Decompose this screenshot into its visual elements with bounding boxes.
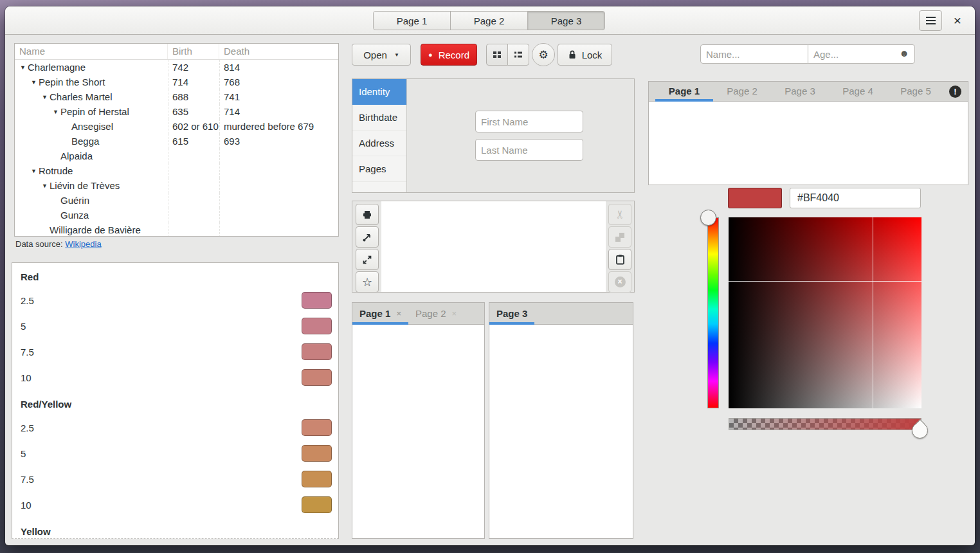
alpha-slider[interactable] — [729, 418, 921, 430]
color-swatch[interactable] — [302, 318, 332, 334]
expander-icon[interactable]: ▼ — [51, 109, 60, 115]
open-button[interactable]: Open ▼ — [352, 44, 411, 66]
expander-icon[interactable]: ▼ — [40, 94, 50, 100]
color-swatch[interactable] — [302, 496, 332, 513]
sidebar-item-address[interactable]: Address — [352, 131, 406, 156]
print-button[interactable] — [356, 204, 379, 225]
header-tab-page3[interactable]: Page 3 — [527, 11, 605, 30]
tab-page4[interactable]: Page 4 — [829, 82, 887, 101]
cell-birth — [168, 222, 219, 237]
window-close-button[interactable]: × — [949, 12, 966, 29]
header-tab-page1[interactable]: Page 1 — [373, 11, 451, 30]
hue-slider[interactable] — [707, 217, 719, 408]
list-item[interactable]: 2.5 — [12, 287, 338, 313]
color-swatch[interactable] — [302, 445, 332, 462]
last-name-field[interactable] — [475, 139, 583, 161]
column-header-name[interactable]: Name — [15, 44, 168, 59]
hue-slider-handle[interactable] — [700, 210, 716, 226]
list-item[interactable]: 5 — [12, 313, 338, 339]
color-swatch[interactable] — [302, 369, 332, 386]
current-color-swatch[interactable] — [728, 188, 782, 208]
tab-page1[interactable]: Page 1 — [655, 82, 713, 101]
cell-birth — [168, 163, 219, 178]
table-row[interactable]: Willigarde de Bavière — [15, 222, 338, 237]
table-row[interactable]: Begga 615 693 — [15, 134, 338, 149]
list-item[interactable]: 7.5 — [12, 466, 338, 492]
send-button[interactable] — [356, 226, 379, 248]
expander-icon[interactable]: ▼ — [29, 168, 39, 174]
first-name-field[interactable] — [475, 111, 583, 132]
clear-button[interactable]: × — [608, 271, 631, 293]
color-swatch[interactable] — [302, 419, 332, 436]
table-row[interactable]: Gunza — [15, 208, 338, 222]
saturation-value-plane[interactable] — [729, 217, 921, 408]
palette-row-label: 7.5 — [21, 474, 34, 485]
sidebar-item-birthdate[interactable]: Birthdate — [352, 105, 406, 131]
warning-icon[interactable]: ! — [949, 86, 961, 98]
sidebar-item-pages[interactable]: Pages — [352, 156, 406, 182]
tab-page5[interactable]: Page 5 — [887, 82, 945, 101]
smiley-icon[interactable]: ☻ — [899, 48, 909, 59]
table-row[interactable]: ▼Pepin of Herstal 635 714 — [15, 104, 338, 119]
text-area[interactable] — [381, 201, 606, 292]
tab-close-icon[interactable]: × — [396, 309, 401, 318]
copy-button[interactable] — [608, 226, 631, 248]
tab-close-icon[interactable]: × — [452, 309, 457, 318]
lock-button[interactable]: Lock — [558, 44, 612, 66]
palette-row-label: 2.5 — [21, 295, 34, 306]
settings-button[interactable]: ⚙ — [532, 43, 555, 66]
tab-page1[interactable]: Page 1 × — [352, 303, 408, 324]
table-row[interactable]: ▼Liévin de Trèves — [15, 178, 338, 193]
age-input-wrap: ☻ — [808, 44, 915, 64]
expander-icon[interactable]: ▼ — [40, 183, 50, 189]
palette-section-title: Red/Yellow — [12, 390, 338, 415]
cell-name: Begga — [71, 136, 99, 147]
sidebar-item-identity[interactable]: Identity — [352, 79, 406, 105]
header-tab-page2[interactable]: Page 2 — [450, 11, 528, 30]
table-row[interactable]: ▼Pepin the Short 714 768 — [15, 75, 338, 89]
lock-icon — [568, 50, 577, 60]
color-swatch[interactable] — [302, 343, 332, 360]
table-row[interactable]: Alpaida — [15, 149, 338, 163]
tab-page2[interactable]: Page 2 × — [408, 303, 464, 324]
cell-death — [219, 149, 338, 163]
copy-icon — [615, 233, 624, 242]
expander-icon[interactable]: ▼ — [18, 64, 28, 71]
fullscreen-button[interactable] — [356, 249, 379, 270]
cell-birth: 714 — [168, 75, 219, 89]
wikipedia-link[interactable]: Wikipedia — [65, 239, 101, 249]
data-source-label: Data source: — [15, 239, 63, 249]
table-row[interactable]: ▼Rotrude — [15, 163, 338, 178]
color-swatch[interactable] — [302, 292, 332, 309]
column-header-birth[interactable]: Birth — [168, 44, 219, 59]
list-item[interactable]: 5 — [12, 440, 338, 466]
alpha-slider-handle[interactable] — [912, 422, 928, 439]
menu-button[interactable] — [919, 10, 942, 31]
cell-birth: 688 — [168, 89, 219, 104]
list-item[interactable]: 10 — [12, 365, 338, 390]
name-input[interactable] — [700, 44, 808, 64]
tab-page3[interactable]: Page 3 — [489, 303, 534, 324]
cut-button[interactable]: ✂ — [608, 204, 631, 225]
grid-view-button[interactable] — [486, 44, 508, 66]
table-row[interactable]: Guérin — [15, 193, 338, 208]
table-row[interactable]: ▼Charles Martel 688 741 — [15, 89, 338, 104]
expander-icon[interactable]: ▼ — [29, 79, 39, 86]
color-swatch[interactable] — [302, 471, 332, 487]
table-row[interactable]: ▼Charlemagne 742 814 — [15, 60, 338, 75]
list-item[interactable]: 2.5 — [12, 415, 338, 440]
sv-crosshair-vertical — [873, 217, 873, 408]
paste-button[interactable] — [608, 249, 631, 270]
list-item[interactable]: 7.5 — [12, 339, 338, 365]
tab-page3[interactable]: Page 3 — [771, 82, 829, 101]
record-button[interactable]: ● Record — [421, 44, 477, 66]
tree-header-row: Name Birth Death — [15, 44, 338, 60]
list-view-button[interactable] — [507, 44, 529, 66]
tab-page2[interactable]: Page 2 — [713, 82, 771, 101]
favorite-button[interactable]: ☆ — [356, 271, 379, 293]
table-row[interactable]: Ansegisel 602 or 610 murdered before 679 — [15, 119, 338, 134]
cell-birth — [168, 193, 219, 208]
list-item[interactable]: 10 — [12, 492, 338, 518]
column-header-death[interactable]: Death — [219, 44, 338, 59]
hex-color-input[interactable] — [790, 188, 921, 208]
